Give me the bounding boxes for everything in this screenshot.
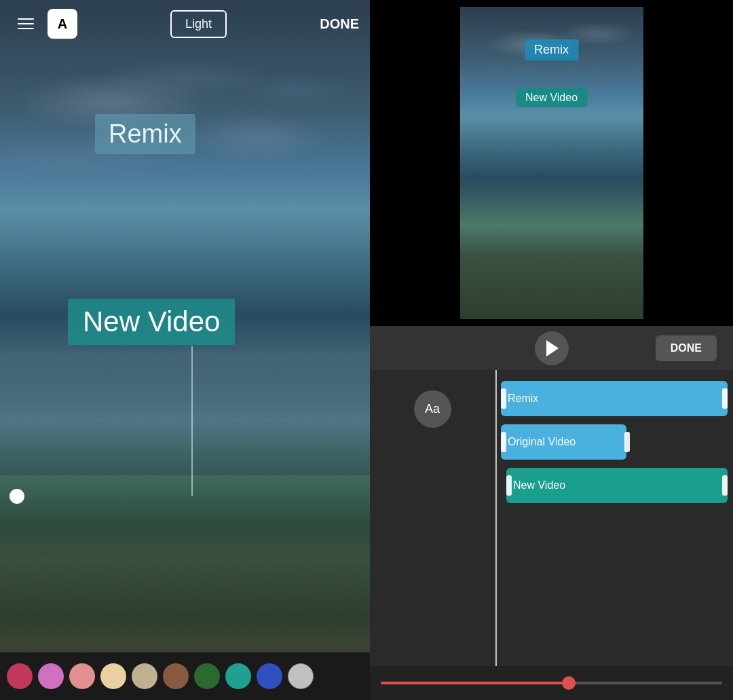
- track-row-remix: Remix: [501, 381, 728, 416]
- track-row-newvideo: New Video: [501, 468, 728, 503]
- video-preview-area: Remix New Video: [370, 0, 733, 326]
- track-handle-left-newvideo[interactable]: [506, 475, 512, 496]
- preview-remix-label: Remix: [525, 39, 578, 60]
- right-preview-panel: Remix New Video DONE Aa Remix: [370, 0, 733, 700]
- font-style-button[interactable]: A: [48, 9, 77, 39]
- swatch-pink-purple[interactable]: [38, 663, 64, 689]
- remix-text-overlay[interactable]: Remix: [95, 114, 195, 154]
- timeline-tracks-container: Remix Original Video New Video: [495, 370, 733, 666]
- scrubber-track[interactable]: [381, 682, 722, 684]
- light-filter-button[interactable]: Light: [170, 10, 227, 38]
- left-topbar: A Light DONE: [0, 0, 370, 48]
- track-row-original: Original Video: [501, 424, 728, 460]
- left-editor-panel: A Light DONE Remix New Video: [0, 0, 370, 700]
- text-style-button[interactable]: Aa: [414, 390, 451, 428]
- play-button[interactable]: [535, 331, 569, 365]
- track-handle-right-original[interactable]: [624, 432, 630, 452]
- swatch-peach[interactable]: [100, 663, 126, 689]
- preview-newvideo-label: New Video: [516, 88, 587, 107]
- swatch-dark-green[interactable]: [194, 663, 220, 689]
- done-button-right[interactable]: DONE: [656, 335, 717, 361]
- sea-layer: [0, 353, 370, 475]
- swatch-light-gray[interactable]: [288, 663, 314, 689]
- track-handle-left-remix[interactable]: [501, 388, 506, 409]
- new-video-text-overlay[interactable]: New Video: [68, 299, 235, 345]
- playback-controls: DONE: [370, 326, 733, 370]
- phone-preview: Remix New Video: [460, 7, 643, 319]
- swatch-light-pink[interactable]: [69, 663, 95, 689]
- scrubber-fill: [381, 682, 569, 684]
- done-button-left[interactable]: DONE: [320, 16, 359, 32]
- track-handle-left-original[interactable]: [501, 432, 506, 452]
- original-video-track[interactable]: Original Video: [501, 424, 626, 460]
- remix-track[interactable]: Remix: [501, 381, 728, 416]
- swatch-teal[interactable]: [225, 663, 251, 689]
- scrubber-thumb[interactable]: [562, 676, 576, 690]
- swatch-tan[interactable]: [132, 663, 157, 689]
- color-swatch-bar: [0, 652, 370, 700]
- cloud-layer: [0, 54, 370, 292]
- timeline-position-marker[interactable]: [10, 489, 24, 504]
- timeline-left-column: Aa: [370, 370, 495, 666]
- swatch-brown[interactable]: [163, 663, 189, 689]
- scrubber-bar[interactable]: [370, 666, 733, 700]
- track-handle-right-remix[interactable]: [722, 388, 728, 409]
- swatch-dark-pink[interactable]: [7, 663, 33, 689]
- timeline-area: Aa Remix Original Video N: [370, 370, 733, 666]
- play-icon: [546, 340, 559, 356]
- new-video-track[interactable]: New Video: [506, 468, 728, 503]
- track-handle-right-newvideo[interactable]: [722, 475, 728, 496]
- text-anchor-line: [191, 346, 193, 496]
- swatch-blue[interactable]: [257, 663, 282, 689]
- menu-button[interactable]: [11, 9, 41, 39]
